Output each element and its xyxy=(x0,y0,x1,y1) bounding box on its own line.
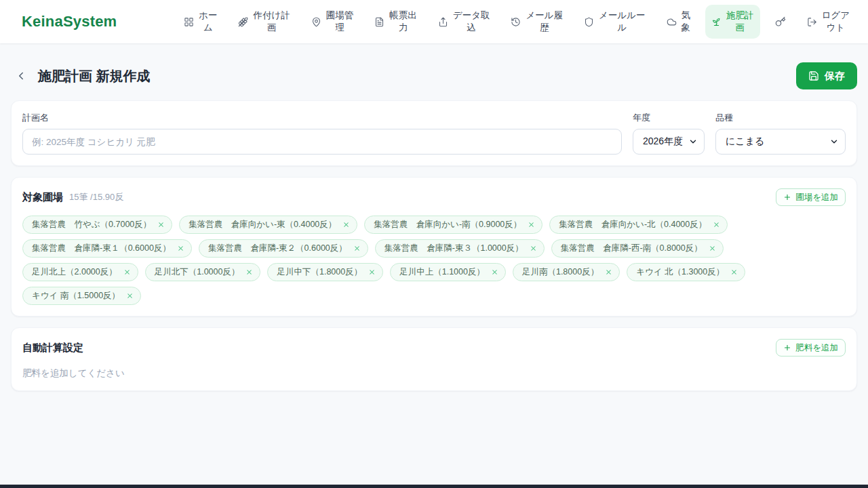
nav-item-mail-history[interactable]: メール履 歴 xyxy=(505,5,569,38)
field-chip: 足川北下（1.0000反） xyxy=(145,263,261,281)
bottom-strip xyxy=(0,485,868,488)
nav-item-label: 作付け計 画 xyxy=(253,9,290,33)
year-select[interactable]: 2026年度 xyxy=(633,129,705,155)
nav-item-mail-rules[interactable]: メールルー ル xyxy=(578,5,651,38)
add-fertilizer-button[interactable]: 肥料を追加 xyxy=(776,339,846,357)
grid-icon xyxy=(184,17,194,27)
remove-field-button[interactable] xyxy=(353,245,361,252)
field-chip-list: 集落営農 竹やぶ（0.7000反） 集落営農 倉庫向かい-東（0.4000反） … xyxy=(22,216,846,305)
close-icon xyxy=(123,268,131,276)
back-button[interactable] xyxy=(11,66,31,86)
plan-name-label: 計画名 xyxy=(22,112,622,124)
add-fertilizer-button-label: 肥料を追加 xyxy=(795,342,838,354)
field-chip: 集落営農 倉庫隣-西-南（0.8000反） xyxy=(551,239,724,258)
field-chip: 集落営農 倉庫向かい-北（0.4000反） xyxy=(549,216,728,234)
variety-select[interactable]: にこまる xyxy=(715,129,846,155)
plan-basics-card: 計画名 年度 2026年度 品種 にこまる xyxy=(11,100,857,166)
nav-item-weather[interactable]: 気 象 xyxy=(660,5,697,38)
chevron-down-icon xyxy=(829,137,839,146)
auto-calc-title: 自動計算設定 xyxy=(22,342,83,354)
nav-item-label: ホー ム xyxy=(199,9,217,33)
field-chip: 集落営農 倉庫向かい-南（0.9000反） xyxy=(364,216,542,234)
field-chip-label: キウイ 北（1.3000反） xyxy=(636,266,724,278)
remove-field-button[interactable] xyxy=(528,221,535,228)
field-chip: 集落営農 倉庫向かい-東（0.4000反） xyxy=(179,216,357,234)
wheat-icon xyxy=(238,17,248,27)
remove-field-button[interactable] xyxy=(368,268,376,276)
remove-field-button[interactable] xyxy=(177,245,184,252)
close-icon xyxy=(342,221,350,228)
field-chip-label: 足川中上（1.1000反） xyxy=(399,266,485,278)
nav-item-field-management[interactable]: 圃場管 理 xyxy=(305,5,360,38)
field-chip-label: 足川北下（1.0000反） xyxy=(155,266,240,278)
file-text-icon xyxy=(374,17,384,27)
remove-field-button[interactable] xyxy=(605,268,612,276)
field-chip-label: 集落営農 倉庫向かい-東（0.4000反） xyxy=(189,219,336,230)
field-chip-label: 集落営農 倉庫向かい-北（0.4000反） xyxy=(559,219,707,230)
nav-item-home[interactable]: ホー ム xyxy=(178,5,223,38)
field-chip: 集落営農 倉庫隣-東３（1.0000反） xyxy=(375,239,545,258)
nav-item-label: 気 象 xyxy=(682,9,691,33)
field-chip: 足川南（1.8000反） xyxy=(513,263,620,281)
key-icon xyxy=(775,16,786,27)
plus-icon xyxy=(783,344,791,352)
field-chip-label: 集落営農 倉庫隣-東１（0.6000反） xyxy=(32,243,171,254)
nav-item-label: データ取 込 xyxy=(453,9,490,33)
close-icon xyxy=(491,268,498,276)
field-chip-label: 足川中下（1.8000反） xyxy=(277,266,362,278)
field-chip-label: 集落営農 倉庫隣-東３（1.0000反） xyxy=(384,243,524,254)
close-icon xyxy=(605,268,612,276)
field-chip-label: 足川北上（2.0000反） xyxy=(32,266,117,278)
nav-item-report-output[interactable]: 帳票出 力 xyxy=(368,5,423,38)
remove-field-button[interactable] xyxy=(126,292,134,300)
remove-field-button[interactable] xyxy=(245,268,253,276)
fertilizer-empty-text: 肥料を追加してください xyxy=(22,367,846,380)
variety-label: 品種 xyxy=(715,112,846,124)
nav-item-data-import[interactable]: データ取 込 xyxy=(432,5,496,38)
variety-select-value: にこまる xyxy=(726,136,764,148)
remove-field-button[interactable] xyxy=(730,268,738,276)
field-chip: 集落営農 倉庫隣-東２（0.6000反） xyxy=(199,239,368,258)
remove-field-button[interactable] xyxy=(709,245,716,252)
remove-field-button[interactable] xyxy=(530,245,537,252)
map-pin-icon xyxy=(311,17,321,27)
nav-items: ホー ム 作付け計 画 圃場管 理 帳票出 力 データ取 込 xyxy=(178,5,856,38)
remove-field-button[interactable] xyxy=(157,221,165,228)
auto-calc-card: 自動計算設定 肥料を追加 肥料を追加してください xyxy=(11,327,857,391)
history-icon xyxy=(511,17,521,27)
target-fields-count: 15筆 /15.90反 xyxy=(69,191,123,203)
save-icon xyxy=(808,70,819,81)
chevron-left-icon xyxy=(15,70,27,82)
field-chip: 足川中下（1.8000反） xyxy=(267,263,383,281)
nav-item-label: メールルー ル xyxy=(599,9,645,33)
nav-item-key[interactable] xyxy=(769,12,792,32)
remove-field-button[interactable] xyxy=(123,268,131,276)
field-chip-label: 集落営農 竹やぶ（0.7000反） xyxy=(32,219,151,230)
remove-field-button[interactable] xyxy=(491,268,498,276)
target-fields-title: 対象圃場 xyxy=(22,191,63,204)
add-field-button[interactable]: 圃場を追加 xyxy=(776,188,846,206)
nav-item-planting-plan[interactable]: 作付け計 画 xyxy=(232,5,296,38)
plus-icon xyxy=(783,193,791,201)
nav-item-logout[interactable]: ログア ウト xyxy=(801,5,856,38)
remove-field-button[interactable] xyxy=(713,221,720,228)
field-chip: 集落営農 竹やぶ（0.7000反） xyxy=(22,216,172,234)
nav-item-fertilizer-plan[interactable]: 施肥計 画 xyxy=(705,5,760,38)
nav-item-label: メール履 歴 xyxy=(526,9,563,33)
shield-icon xyxy=(584,17,594,27)
save-button-label: 保存 xyxy=(825,70,845,83)
logout-icon xyxy=(807,17,817,27)
save-button[interactable]: 保存 xyxy=(796,62,857,89)
upload-icon xyxy=(438,17,448,27)
close-icon xyxy=(709,245,716,252)
remove-field-button[interactable] xyxy=(342,221,350,228)
close-icon xyxy=(530,245,537,252)
sprout-icon xyxy=(711,17,722,27)
plan-name-input[interactable] xyxy=(22,129,622,155)
close-icon xyxy=(730,268,738,276)
field-chip-label: 集落営農 倉庫隣-西-南（0.8000反） xyxy=(561,243,703,254)
add-field-button-label: 圃場を追加 xyxy=(795,192,838,203)
page-title: 施肥計画 新規作成 xyxy=(38,67,151,85)
app-logo: KeinaSystem xyxy=(22,13,117,30)
field-chip-label: 集落営農 倉庫隣-東２（0.6000反） xyxy=(208,243,347,254)
